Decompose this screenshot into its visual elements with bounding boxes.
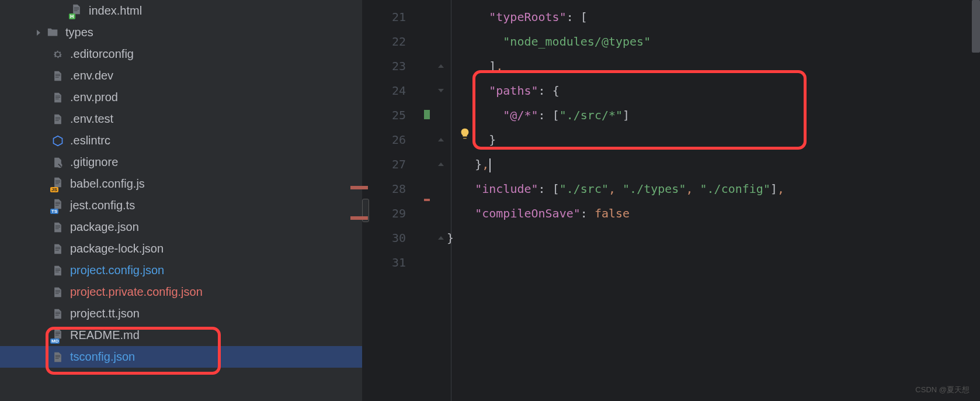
tree-item-label: README.md bbox=[70, 329, 140, 342]
tree-item-project-tt-json[interactable]: project.tt.json bbox=[0, 303, 362, 324]
tree-item--env-prod[interactable]: .env.prod bbox=[0, 87, 362, 108]
tree-item-tsconfig-json[interactable]: tsconfig.json bbox=[0, 346, 362, 368]
line-number: 23 bbox=[362, 54, 423, 78]
intention-bulb-icon[interactable] bbox=[458, 127, 471, 140]
minimap-change-marker bbox=[350, 186, 368, 189]
gutter-change-marker bbox=[424, 110, 430, 119]
tree-item-babel-config-js[interactable]: JSbabel.config.js bbox=[0, 173, 362, 195]
code-line[interactable]: "node_modules/@types" bbox=[447, 29, 784, 54]
code-line[interactable]: } bbox=[447, 127, 784, 152]
tree-item-label: project.private.config.json bbox=[70, 285, 203, 299]
watermark-text: CSDN @夏天想 bbox=[915, 385, 969, 395]
file-icon bbox=[51, 113, 64, 126]
tree-item-label: package.json bbox=[70, 220, 139, 234]
tree-item-index-html[interactable]: Hindex.html bbox=[0, 0, 362, 22]
tree-item-project-config-json[interactable]: project.config.json bbox=[0, 260, 362, 281]
text-caret bbox=[489, 158, 491, 172]
json-icon bbox=[51, 264, 64, 277]
js-icon: JS bbox=[51, 178, 64, 191]
file-icon bbox=[51, 91, 64, 104]
line-number: 26 bbox=[362, 127, 423, 152]
tree-item-label: .eslintrc bbox=[70, 134, 110, 147]
line-number: 25 bbox=[362, 103, 423, 127]
code-line[interactable]: }, bbox=[447, 152, 784, 177]
line-number-gutter: 2122232425262728293031 bbox=[362, 0, 423, 401]
tree-item-label: .env.dev bbox=[70, 69, 113, 82]
line-number: 22 bbox=[362, 29, 423, 54]
line-number: 31 bbox=[362, 250, 423, 275]
minimap-change-marker bbox=[350, 216, 368, 220]
code-line[interactable]: "paths": { bbox=[447, 78, 784, 103]
tree-item--env-test[interactable]: .env.test bbox=[0, 108, 362, 130]
code-line[interactable] bbox=[447, 250, 784, 275]
md-icon: MD bbox=[51, 329, 64, 342]
ts-icon: TS bbox=[51, 199, 64, 212]
code-line[interactable]: "@/*": ["./src/*"] bbox=[447, 103, 784, 127]
code-line[interactable]: "compileOnSave": false bbox=[447, 201, 784, 226]
tree-item-label: index.html bbox=[89, 4, 142, 18]
gutter-change-marker bbox=[424, 199, 430, 201]
html-icon: H bbox=[70, 5, 83, 18]
tree-item-label: tsconfig.json bbox=[70, 350, 135, 364]
code-line[interactable]: "include": ["./src", "./types", "./confi… bbox=[447, 177, 784, 201]
tree-item--editorconfig[interactable]: .editorconfig bbox=[0, 43, 362, 65]
hex-icon bbox=[51, 134, 64, 147]
tree-item--eslintrc[interactable]: .eslintrc bbox=[0, 130, 362, 151]
tree-item-jest-config-ts[interactable]: TSjest.config.ts bbox=[0, 195, 362, 216]
tree-item-label: project.tt.json bbox=[70, 307, 140, 320]
file-tree-sidebar: Hindex.htmltypes.editorconfig.env.dev.en… bbox=[0, 0, 362, 401]
json-icon bbox=[51, 221, 64, 234]
json-icon bbox=[51, 243, 64, 255]
scrollbar-thumb[interactable] bbox=[972, 0, 980, 53]
tree-item-project-private-config-json[interactable]: project.private.config.json bbox=[0, 281, 362, 303]
line-number: 29 bbox=[362, 201, 423, 226]
json-icon bbox=[51, 307, 64, 320]
line-number: 24 bbox=[362, 78, 423, 103]
line-number: 27 bbox=[362, 152, 423, 177]
line-number: 30 bbox=[362, 226, 423, 250]
tree-item-readme-md[interactable]: MDREADME.md bbox=[0, 324, 362, 346]
tree-item-label: .editorconfig bbox=[70, 47, 134, 61]
line-number: 21 bbox=[362, 5, 423, 29]
chevron-right-icon[interactable] bbox=[34, 28, 43, 37]
gear-icon bbox=[51, 48, 64, 61]
tree-item-label: project.config.json bbox=[70, 264, 164, 277]
tree-item-package-lock-json[interactable]: package-lock.json bbox=[0, 238, 362, 260]
gitignore-icon bbox=[51, 156, 64, 169]
file-icon bbox=[51, 70, 64, 82]
tree-item-label: .env.prod bbox=[70, 91, 118, 104]
tree-item--env-dev[interactable]: .env.dev bbox=[0, 65, 362, 87]
code-editor[interactable]: 2122232425262728293031 "typeRoots": [ "n… bbox=[362, 0, 972, 401]
tree-item-label: types bbox=[65, 26, 93, 39]
folder-icon bbox=[47, 26, 60, 39]
tree-item--gitignore[interactable]: .gitignore bbox=[0, 151, 362, 173]
tree-item-label: .env.test bbox=[70, 112, 113, 126]
tree-item-label: .gitignore bbox=[70, 155, 118, 169]
line-number: 28 bbox=[362, 177, 423, 201]
code-line[interactable]: "typeRoots": [ bbox=[447, 5, 784, 29]
code-content[interactable]: "typeRoots": [ "node_modules/@types" ], … bbox=[423, 0, 784, 401]
editor-scrollbar[interactable] bbox=[972, 0, 980, 401]
tree-item-types[interactable]: types bbox=[0, 22, 362, 43]
tree-item-package-json[interactable]: package.json bbox=[0, 216, 362, 238]
tree-item-label: jest.config.ts bbox=[70, 199, 135, 212]
tree-item-label: babel.config.js bbox=[70, 177, 145, 191]
code-line[interactable]: } bbox=[447, 226, 784, 250]
json-icon bbox=[51, 286, 64, 299]
code-line[interactable]: ], bbox=[447, 54, 784, 78]
tree-item-label: package-lock.json bbox=[70, 242, 164, 255]
json-icon bbox=[51, 351, 64, 364]
